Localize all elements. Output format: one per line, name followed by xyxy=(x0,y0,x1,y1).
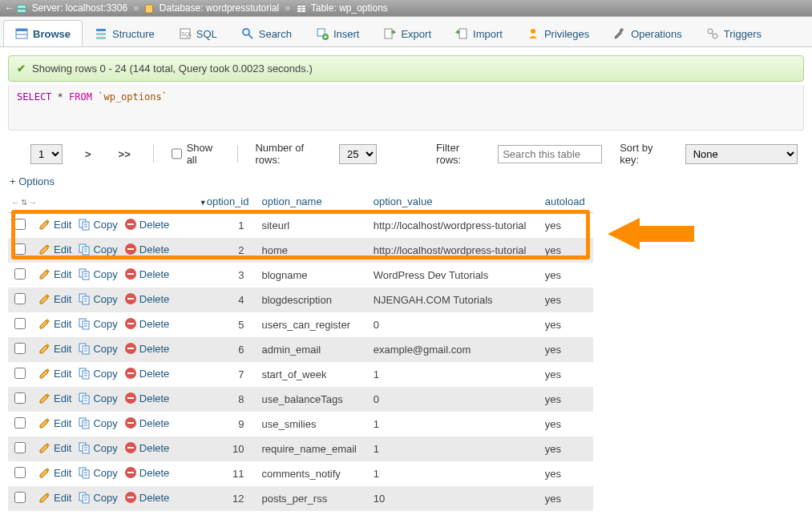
delete-button[interactable]: Delete xyxy=(124,218,170,231)
row-checkbox[interactable] xyxy=(14,368,26,379)
edit-button[interactable]: Edit xyxy=(38,416,71,429)
cell-option-value: 1 xyxy=(367,362,539,387)
delete-button[interactable]: Delete xyxy=(124,268,170,280)
control-divider-2 xyxy=(237,145,238,163)
breadcrumb-server[interactable]: localhost:3306 xyxy=(66,2,127,14)
tab-triggers-label: Triggers xyxy=(724,28,762,40)
sql-select-kw: SELECT xyxy=(17,91,51,103)
col-option-name[interactable]: option_name xyxy=(255,191,366,213)
copy-button[interactable]: Copy xyxy=(78,367,117,380)
tab-browse[interactable]: Browse xyxy=(3,20,83,46)
svg-rect-44 xyxy=(127,273,134,275)
copy-button[interactable]: Copy xyxy=(78,268,117,280)
row-checkbox[interactable] xyxy=(14,492,26,503)
svg-rect-40 xyxy=(83,272,89,280)
svg-text:SQL: SQL xyxy=(181,31,192,38)
breadcrumb-sep-2: » xyxy=(285,2,291,14)
cell-option-id: 6 xyxy=(188,337,256,362)
tab-structure[interactable]: Structure xyxy=(83,20,167,46)
edit-button[interactable]: Edit xyxy=(38,367,71,380)
tab-insert[interactable]: Insert xyxy=(304,20,372,46)
breadcrumb-back-icon[interactable]: ← xyxy=(5,2,14,14)
tab-import[interactable]: Import xyxy=(443,20,515,46)
delete-button[interactable]: Delete xyxy=(124,317,170,330)
table-row: EditCopyDelete7start_of_week1yes xyxy=(8,362,593,387)
breadcrumb-database[interactable]: wordpresstutorial xyxy=(206,2,279,14)
edit-button[interactable]: Edit xyxy=(38,441,71,454)
copy-button[interactable]: Copy xyxy=(78,317,117,330)
svg-line-26 xyxy=(712,33,713,34)
svg-rect-70 xyxy=(83,396,89,404)
delete-button[interactable]: Delete xyxy=(124,491,170,504)
copy-button[interactable]: Copy xyxy=(78,416,117,429)
sort-right-icon[interactable]: → xyxy=(29,198,37,207)
breadcrumb-table[interactable]: wp_options xyxy=(339,2,388,14)
row-checkbox[interactable] xyxy=(14,219,26,230)
col-option-id[interactable]: option_id xyxy=(188,191,256,213)
next-page-button[interactable]: > xyxy=(80,147,96,162)
page-select[interactable]: 1 xyxy=(30,144,63,164)
cell-option-id: 11 xyxy=(188,461,256,486)
delete-button[interactable]: Delete xyxy=(124,342,170,355)
delete-button[interactable]: Delete xyxy=(124,292,170,305)
tab-export[interactable]: Export xyxy=(371,20,443,46)
cell-option-id: 3 xyxy=(188,263,256,288)
tab-privileges[interactable]: Privileges xyxy=(515,20,601,46)
tab-operations[interactable]: Operations xyxy=(601,20,694,46)
row-checkbox[interactable] xyxy=(14,467,26,478)
row-checkbox[interactable] xyxy=(14,392,26,404)
delete-button[interactable]: Delete xyxy=(124,392,170,404)
copy-button[interactable]: Copy xyxy=(78,243,117,255)
delete-button[interactable]: Delete xyxy=(124,243,170,255)
tab-sql[interactable]: SQL SQL xyxy=(167,20,229,46)
num-rows-label: Number of rows: xyxy=(255,142,321,166)
table-row: EditCopyDelete9use_smilies1yes xyxy=(8,412,593,437)
cell-autoload: yes xyxy=(539,337,593,362)
edit-button[interactable]: Edit xyxy=(38,292,71,305)
sort-left-icon[interactable]: ← xyxy=(11,198,19,207)
copy-button[interactable]: Copy xyxy=(78,441,117,454)
sort-by-key-select[interactable]: None xyxy=(685,144,798,164)
edit-button[interactable]: Edit xyxy=(38,218,71,231)
filter-rows-input[interactable] xyxy=(498,145,602,163)
sort-drag-icon[interactable]: ⇅ xyxy=(21,198,27,207)
cell-option-name: use_smilies xyxy=(255,412,366,437)
row-checkbox[interactable] xyxy=(14,293,26,304)
tab-search[interactable]: Search xyxy=(229,20,304,46)
cell-autoload: yes xyxy=(539,238,593,263)
show-all-checkbox[interactable] xyxy=(172,148,182,159)
copy-button[interactable]: Copy xyxy=(78,392,117,404)
svg-rect-38 xyxy=(127,248,134,250)
row-checkbox[interactable] xyxy=(14,268,26,280)
row-checkbox[interactable] xyxy=(14,417,26,428)
options-toggle[interactable]: + Options xyxy=(10,175,55,187)
svg-rect-8 xyxy=(16,29,27,31)
delete-button[interactable]: Delete xyxy=(124,466,170,479)
last-page-button[interactable]: >> xyxy=(114,147,135,162)
col-option-value[interactable]: option_value xyxy=(367,191,539,213)
col-autoload[interactable]: autoload xyxy=(539,191,593,213)
edit-button[interactable]: Edit xyxy=(38,317,71,330)
copy-button[interactable]: Copy xyxy=(78,342,117,355)
edit-button[interactable]: Edit xyxy=(38,491,71,504)
svg-rect-88 xyxy=(83,470,89,478)
num-rows-select[interactable]: 25 xyxy=(339,144,377,164)
edit-button[interactable]: Edit xyxy=(38,268,71,280)
delete-button[interactable]: Delete xyxy=(124,441,170,454)
row-checkbox[interactable] xyxy=(14,243,26,255)
row-checkbox[interactable] xyxy=(14,343,26,354)
row-checkbox[interactable] xyxy=(14,442,26,453)
tab-triggers[interactable]: Triggers xyxy=(694,20,774,46)
copy-button[interactable]: Copy xyxy=(78,491,117,504)
copy-button[interactable]: Copy xyxy=(78,466,117,479)
edit-button[interactable]: Edit xyxy=(38,392,71,404)
delete-button[interactable]: Delete xyxy=(124,416,170,429)
copy-button[interactable]: Copy xyxy=(78,218,117,231)
edit-button[interactable]: Edit xyxy=(38,466,71,479)
edit-button[interactable]: Edit xyxy=(38,243,71,255)
delete-button[interactable]: Delete xyxy=(124,367,170,380)
copy-button[interactable]: Copy xyxy=(78,292,117,305)
cell-autoload: yes xyxy=(539,362,593,387)
edit-button[interactable]: Edit xyxy=(38,342,71,355)
row-checkbox[interactable] xyxy=(14,318,26,329)
